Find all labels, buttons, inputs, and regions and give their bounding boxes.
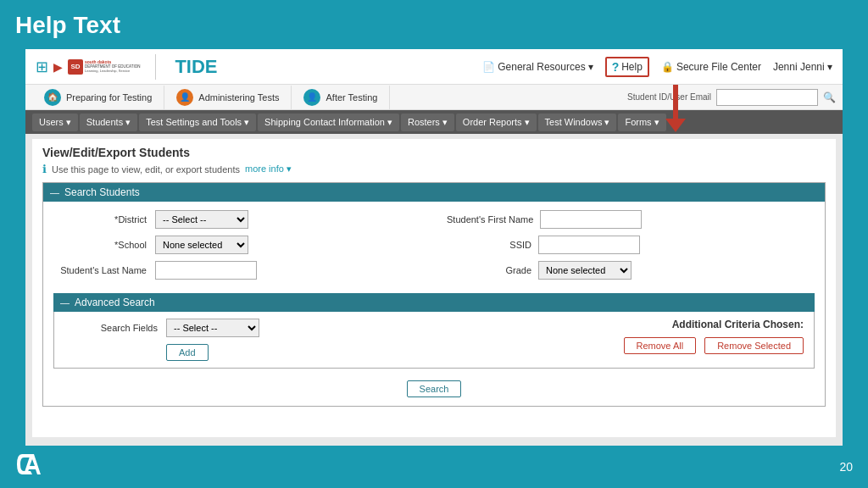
search-students-section: — Search Students *District -- Select --	[42, 182, 826, 407]
district-row: *District -- Select --	[53, 210, 421, 229]
last-name-row: Student's Last Name	[53, 261, 421, 280]
main-content: ⊞ ▶ SD south dakota DEPARTMENT OF EDUCAT…	[25, 49, 843, 446]
search-button[interactable]: Search	[407, 380, 462, 397]
page-area: View/Edit/Export Students ℹ Use this pag…	[32, 139, 836, 437]
arrow-head	[665, 119, 686, 132]
grade-select[interactable]: None selected	[538, 261, 632, 280]
advanced-search-body: Search Fields -- Select -- Add	[53, 312, 815, 369]
chevron-down-icon: ▾	[442, 117, 448, 128]
last-name-label: Student's Last Name	[53, 265, 147, 275]
phase-tabs: 🏠 Preparing for Testing 👤 Administering …	[25, 85, 843, 110]
criteria-label-row: Additional Criteria Chosen:	[447, 319, 804, 330]
search-students-label: Search Students	[64, 186, 140, 198]
nav-tab-rosters[interactable]: Rosters▾	[401, 114, 454, 131]
help-arrow	[665, 85, 686, 132]
adv-left: Search Fields -- Select -- Add	[64, 319, 421, 361]
nav-tab-shipping[interactable]: Shipping Contact Information▾	[258, 114, 399, 131]
advanced-search-header: — Advanced Search	[53, 293, 815, 312]
user-menu[interactable]: Jenni Jenni ▾	[773, 61, 832, 73]
first-name-row: Student's First Name	[447, 210, 815, 229]
file-icon: 🔒	[661, 61, 674, 73]
header-right: 📄 General Resources ▾ ? Help 🔒 Secure Fi…	[482, 57, 832, 77]
nav-tab-test-windows[interactable]: Test Windows▾	[538, 114, 617, 131]
search-fields-select[interactable]: -- Select --	[166, 319, 259, 337]
search-form-grid: *District -- Select -- *School None	[53, 210, 815, 286]
secure-file-center-link[interactable]: 🔒 Secure File Center	[661, 61, 761, 73]
district-label: *District	[53, 214, 147, 225]
advanced-search-label: Advanced Search	[75, 297, 155, 308]
add-btn-container: Add	[64, 344, 421, 361]
school-select[interactable]: None selected	[155, 236, 248, 254]
ssid-label: SSID	[447, 240, 531, 250]
administering-icon: 👤	[176, 89, 193, 106]
app-header: ⊞ ▶ SD south dakota DEPARTMENT OF EDUCAT…	[25, 49, 843, 85]
search-fields-label: Search Fields	[64, 323, 158, 333]
phase-tab-preparing[interactable]: 🏠 Preparing for Testing	[32, 86, 164, 109]
adv-right: Additional Criteria Chosen: Remove All R…	[447, 319, 804, 354]
school-row: *School None selected	[53, 236, 421, 254]
nav-tab-students[interactable]: Students▾	[80, 114, 137, 131]
student-id-area: Student ID/User Email 🔍	[627, 89, 836, 106]
bottom-bar: 20	[0, 446, 868, 488]
chevron-down-icon: ▾	[244, 117, 249, 128]
logo-area: SD south dakota DEPARTMENT OF EDUCATION …	[68, 59, 143, 75]
arrow-shaft	[673, 85, 678, 119]
search-fields-row: Search Fields -- Select --	[64, 319, 421, 337]
chevron-down-icon: ▾	[604, 117, 609, 128]
ca-logo-text	[15, 463, 46, 481]
search-students-header: — Search Students	[43, 183, 825, 202]
nav-tab-forms[interactable]: Forms▾	[618, 114, 665, 131]
bullet-icon: ▶	[53, 60, 63, 74]
criteria-buttons-row: Remove All Remove Selected	[447, 337, 804, 354]
grid-icon[interactable]: ⊞	[36, 58, 48, 76]
nav-tab-users[interactable]: Users▾	[32, 114, 78, 131]
help-button[interactable]: ? Help	[605, 57, 649, 77]
general-resources-link[interactable]: 📄 General Resources ▾	[482, 61, 593, 73]
phase-tab-after[interactable]: 👤 After Testing	[292, 86, 390, 109]
ssid-input[interactable]	[538, 236, 640, 254]
chevron-down-icon: ▾	[125, 117, 131, 128]
grade-label: Grade	[447, 265, 531, 275]
advanced-form-grid: Search Fields -- Select -- Add	[64, 319, 804, 361]
title-bar: Help Text	[0, 0, 868, 49]
nav-tab-order-reports[interactable]: Order Reports▾	[456, 114, 537, 131]
more-info-link[interactable]: more info ▾	[245, 164, 292, 175]
first-name-label: Student's First Name	[447, 214, 533, 225]
nav-tabs-bar: Users▾ Students▾ Test Settings and Tools…	[25, 110, 843, 134]
nav-tab-test-settings[interactable]: Test Settings and Tools▾	[139, 114, 256, 131]
slide-title: Help Text	[15, 12, 120, 39]
info-text: Use this page to view, edit, or export s…	[52, 164, 240, 175]
user-chevron-icon: ▾	[827, 61, 832, 73]
chevron-down-icon: ▾	[654, 117, 659, 128]
remove-selected-button[interactable]: Remove Selected	[704, 337, 804, 354]
chevron-down-icon: ▾	[588, 61, 593, 73]
district-select[interactable]: -- Select --	[155, 210, 248, 229]
header-divider	[155, 54, 156, 80]
search-students-body: *District -- Select -- *School None	[43, 202, 825, 406]
search-right-col: Student's First Name SSID Grade None sel…	[447, 210, 815, 286]
ssid-row: SSID	[447, 236, 815, 254]
phase-tab-administering[interactable]: 👤 Administering Tests	[164, 86, 292, 109]
chevron-down-icon: ▾	[387, 117, 392, 128]
page-title: View/Edit/Export Students	[42, 146, 826, 159]
preparing-icon: 🏠	[44, 89, 61, 106]
advanced-collapse-icon[interactable]: —	[60, 297, 70, 308]
page-number: 20	[839, 460, 853, 474]
sd-logo: SD south dakota DEPARTMENT OF EDUCATION …	[68, 59, 140, 75]
criteria-label: Additional Criteria Chosen:	[672, 319, 804, 330]
school-label: *School	[53, 240, 147, 250]
first-name-input[interactable]	[540, 210, 642, 229]
search-btn-container: Search	[53, 380, 815, 397]
last-name-input[interactable]	[155, 261, 257, 280]
remove-all-button[interactable]: Remove All	[624, 337, 697, 354]
search-icon[interactable]: 🔍	[823, 92, 836, 103]
after-icon: 👤	[303, 89, 320, 106]
info-icon: ℹ	[42, 163, 47, 175]
student-id-input[interactable]	[716, 89, 818, 106]
chevron-down-icon: ▾	[525, 117, 530, 128]
add-button[interactable]: Add	[166, 344, 209, 361]
ca-logo	[15, 451, 46, 483]
collapse-icon[interactable]: —	[50, 187, 59, 197]
doc-icon: 📄	[482, 61, 495, 73]
chevron-down-icon: ▾	[66, 117, 71, 128]
